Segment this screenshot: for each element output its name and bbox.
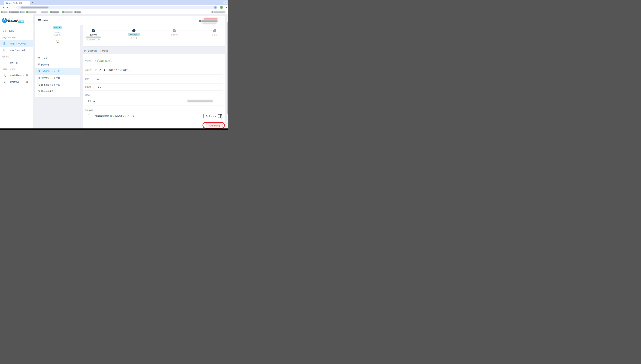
sidebar-item-contract-group-add[interactable]: 契約グループ追加 xyxy=(0,47,33,54)
menu-toggle-icon[interactable] xyxy=(38,19,41,22)
building-icon xyxy=(3,30,6,32)
bookmark-favicon xyxy=(62,11,64,13)
bookmark-favicon xyxy=(1,11,3,13)
bookmark-favicon xyxy=(20,11,22,13)
zoom-plus-icon xyxy=(205,115,208,117)
new-tab-button[interactable]: + xyxy=(31,1,34,4)
bookmark-item[interactable] xyxy=(213,11,225,13)
panel-menu-top[interactable]: トップ xyxy=(35,54,80,61)
file-search-icon xyxy=(38,83,40,86)
step4-label: 署名済 xyxy=(203,34,226,36)
divider xyxy=(85,65,223,65)
bookmark-favicon xyxy=(211,11,213,13)
bookmark-favicon xyxy=(50,11,52,13)
contract-summary-panel: 購入申込 契約ID 101-1 区画 101 A トップ 契約情報 契約書類セッ… xyxy=(35,25,80,97)
sidebar: 不動産DXプラットフォーム Musubell® for 新築 物件A 契約グルー… xyxy=(0,14,33,128)
bookmark-item[interactable] xyxy=(28,11,37,13)
sidebar-section-document-sets: 書類セット管理 xyxy=(2,68,15,70)
tab-favicon-icon xyxy=(6,2,8,4)
bookmark-plus-icon xyxy=(38,77,40,80)
contract-id-value: 101-1 xyxy=(35,34,80,36)
document-plus-icon xyxy=(3,49,6,52)
user-role-redacted xyxy=(204,18,218,20)
step3-label: 署名依頼 xyxy=(163,34,186,36)
recipient-label: 送信先 xyxy=(85,94,91,96)
sidebar-item-property[interactable]: 物件A xyxy=(0,28,33,34)
bookmark-item[interactable] xyxy=(3,11,8,13)
approver-name-redacted xyxy=(86,36,101,38)
url-action-icon[interactable] xyxy=(214,6,217,9)
browser-profile-avatar[interactable] xyxy=(220,6,223,9)
approval-level-status-button[interactable]: 承認レベル1にて確認中 xyxy=(107,68,130,72)
approval-group-label: 承認グループ xyxy=(85,69,97,72)
step2-status-badge: 承認依頼中 xyxy=(128,33,140,36)
file-search-icon xyxy=(3,80,6,84)
logo-for-badge: for 新築 xyxy=(18,20,24,23)
step2-check-circle: ✓ xyxy=(132,29,135,32)
back-button[interactable] xyxy=(2,6,5,9)
sidebar-section-contract-groups: 契約グループ管理 xyxy=(2,36,17,39)
tab-search-button[interactable] xyxy=(224,1,227,4)
sidebar-item-contract-docset-list[interactable]: 契約書類セット一覧 xyxy=(0,72,33,79)
hand-cursor-icon: ☟ xyxy=(218,113,222,121)
browser-tab-strip: ムスベル for 新築 × + xyxy=(0,0,229,6)
annotation-highlight-ring xyxy=(202,122,225,128)
divider xyxy=(35,54,80,54)
unit-value: A xyxy=(35,48,80,51)
docset-detail-card: 契約フェーズ 重要事項説明 承認グループ テスト 1 承認レベル1にて確認中 宅… xyxy=(83,54,225,128)
person-icon xyxy=(3,62,6,64)
bookmark-search-icon xyxy=(38,70,40,73)
bookmark-item[interactable] xyxy=(52,11,59,13)
page-header: 物件A xyxy=(35,16,225,25)
screen: ムスベル for 新築 × + xyxy=(0,0,229,130)
original-contract-value: なし xyxy=(97,86,101,88)
bookmark-icon xyxy=(84,50,87,52)
section-label: 区画 xyxy=(35,40,80,42)
approval-stepper: ✓ 承認依頼 2024/04/30 14:29 ✓ 承認依頼中 テスト 1 3 … xyxy=(83,25,225,46)
bookmark-favicon xyxy=(26,11,28,13)
approval-group-value: テスト 1 xyxy=(97,69,105,71)
document-icon xyxy=(38,63,40,66)
tab-close-icon[interactable]: × xyxy=(27,2,29,4)
panel-menu-contract-docset-list[interactable]: 契約書類セット一覧 xyxy=(35,68,80,75)
check-icon: ✓ xyxy=(93,30,94,32)
divider xyxy=(0,72,33,72)
browser-tab[interactable]: ムスベル for 新築 × xyxy=(4,1,30,6)
forward-button[interactable] xyxy=(6,6,9,9)
bookmark-item[interactable] xyxy=(11,11,19,13)
stepper-connector xyxy=(136,30,171,31)
original-contract-label: 原契約 xyxy=(85,86,91,88)
step2-group: テスト 1 xyxy=(122,37,145,39)
panel-menu-distribution-docset-list[interactable]: 配布書類セット一覧 xyxy=(35,81,80,88)
check-icon: ✓ xyxy=(133,30,135,32)
sidebar-item-customer-list[interactable]: 顧客一覧 xyxy=(0,60,33,66)
sidebar-section-customers: 顧客管理 xyxy=(2,56,9,58)
bookmark-item[interactable] xyxy=(41,11,48,13)
bookmark-favicon xyxy=(9,11,11,13)
status-badge: 購入申込 xyxy=(53,26,62,29)
bookmark-item[interactable] xyxy=(64,11,73,13)
panel-menu-contract-info[interactable]: 契約情報 xyxy=(35,61,80,68)
bookmark-icon xyxy=(88,114,90,117)
documents-label: 契約書類 xyxy=(85,109,93,112)
browser-menu-icon[interactable] xyxy=(225,6,228,9)
divider xyxy=(85,74,223,75)
page-scrollbar-thumb[interactable] xyxy=(227,22,228,114)
sidebar-item-distribution-docset-list[interactable]: 配布書類セット一覧 xyxy=(0,79,33,86)
sidebar-item-contract-group-list[interactable]: 契約グループ一覧 xyxy=(0,40,33,47)
panel-menu-contract-docset-create[interactable]: 契約書類セット作成 xyxy=(35,75,80,81)
recipient-email-redacted xyxy=(187,100,213,102)
panel-menu-deposit-guarantee[interactable]: 手付金等保証 xyxy=(35,88,80,95)
step1-check-circle: ✓ xyxy=(92,29,95,32)
document-pen-icon xyxy=(38,90,40,93)
bookmark-item[interactable] xyxy=(76,11,81,13)
step3-number-circle: 3 xyxy=(173,29,176,32)
reload-button[interactable] xyxy=(10,6,14,9)
section-title: 契約書類セットの内容 xyxy=(88,50,108,52)
phase-label: 契約フェーズ xyxy=(85,60,97,62)
section-value: 101 xyxy=(35,42,80,45)
step1-date: 2024/04/30 14:29 xyxy=(82,39,105,41)
site-settings-icon[interactable] xyxy=(15,6,18,9)
envelope-icon xyxy=(88,100,91,102)
bookmark-item[interactable] xyxy=(22,11,25,13)
